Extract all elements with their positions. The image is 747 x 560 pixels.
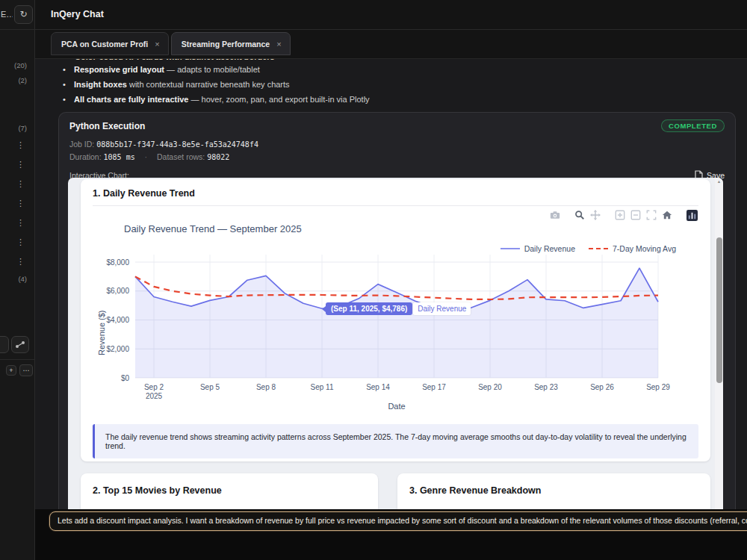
duration-row: Duration: 1085 ms · Dataset rows: 98022: [69, 151, 725, 164]
sidebar-collapsed-label: E…: [1, 10, 13, 19]
refresh-icon: ↻: [19, 9, 27, 19]
tooltip-value: (Sep 11, 2025, $4,786): [326, 302, 412, 315]
top-movies-card: 2. Top 15 Movies by Revenue: [81, 473, 378, 509]
kebab-menu-icon[interactable]: ⋮: [16, 217, 25, 228]
message-bullet-list: Responsive grid layout — adapts to mobil…: [61, 62, 370, 107]
execution-meta: Job ID: 088b5b17-f347-44a3-8e5e-fa53a247…: [59, 132, 735, 164]
app-header: InQery Chat: [35, 0, 747, 30]
prompt-bar: Lets add a discount impact analysis. I w…: [35, 509, 747, 560]
execution-title: Python Execution: [69, 121, 145, 131]
left-sidebar: E… ↻ (20) (2) (7) ⋮ ⋮ ⋮ ⋮ ⋮ ⋮ ⋮ (4) + ⋯: [0, 0, 35, 560]
chat-content: Color-coded KPI cards with distinct acce…: [35, 59, 747, 509]
section-title: 3. Genre Revenue Breakdown: [409, 485, 698, 496]
python-execution-card: Python Execution COMPLETED Job ID: 088b5…: [58, 112, 736, 509]
daily-revenue-card: 1. Daily Revenue Trend: [81, 179, 710, 461]
genre-breakdown-card: 3. Genre Revenue Breakdown: [397, 473, 710, 509]
kebab-menu-icon[interactable]: ⋮: [16, 178, 25, 189]
close-icon[interactable]: ×: [155, 40, 159, 49]
bullet-item: Responsive grid layout — adapts to mobil…: [61, 62, 370, 77]
kebab-menu-icon[interactable]: ⋮: [16, 256, 25, 267]
count-badge: (20): [14, 61, 27, 70]
ellipsis-icon: ⋯: [23, 367, 30, 374]
kebab-menu-icon[interactable]: ⋮: [16, 140, 25, 150]
kebab-menu-icon[interactable]: ⋮: [16, 198, 25, 208]
sidebar-counts: (20) (2) (7): [0, 30, 34, 133]
count-badge: (4): [18, 275, 27, 283]
insight-box: The daily revenue trend shows streaming …: [93, 424, 698, 458]
prompt-input[interactable]: Lets add a discount impact analysis. I w…: [49, 511, 747, 531]
add-button[interactable]: +: [6, 365, 16, 376]
report-cards-row: 2. Top 15 Movies by Revenue 3. Genre Rev…: [81, 473, 710, 509]
x-axis-title: Date: [135, 402, 658, 411]
svg-text:$2,000: $2,000: [106, 345, 129, 353]
svg-text:Sep 5: Sep 5: [200, 383, 220, 391]
scrollbar-thumb[interactable]: [716, 237, 722, 383]
section-title: 2. Top 15 Movies by Revenue: [93, 485, 366, 496]
tab-label: PCA on Customer Profi: [61, 40, 148, 49]
svg-text:Sep 11: Sep 11: [311, 383, 334, 391]
share-graph-button[interactable]: [11, 336, 29, 353]
more-button[interactable]: ⋯: [19, 364, 33, 376]
svg-text:$4,000: $4,000: [106, 316, 129, 324]
kebab-menu-icon[interactable]: ⋮: [16, 159, 25, 169]
clipped-button[interactable]: [0, 336, 9, 353]
scroll-up-arrow-icon[interactable]: ▲: [715, 179, 723, 184]
svg-text:Sep 26: Sep 26: [590, 383, 614, 391]
tab-streaming-performance[interactable]: Streaming Performance ×: [171, 32, 291, 55]
svg-text:Sep 2: Sep 2: [144, 383, 164, 391]
report-viewport: 1. Daily Revenue Trend: [68, 178, 723, 509]
tab-bar: PCA on Customer Profi × Streaming Perfor…: [35, 30, 747, 59]
divider: [93, 205, 698, 206]
section-title: 1. Daily Revenue Trend: [93, 188, 698, 199]
svg-text:Sep 29: Sep 29: [646, 383, 670, 391]
svg-text:2025: 2025: [146, 392, 163, 399]
sidebar-action-row: [0, 334, 35, 358]
job-id-row: Job ID: 088b5b17-f347-44a3-8e5e-fa53a247…: [69, 138, 725, 151]
count-badge: (7): [18, 124, 27, 133]
svg-text:Sep 14: Sep 14: [366, 383, 390, 391]
bullet-item: Insight boxes with contextual narrative …: [61, 77, 370, 92]
refresh-button[interactable]: ↻: [14, 5, 33, 24]
bullet-item: All charts are fully interactive — hover…: [61, 92, 370, 107]
tab-label: Streaming Performance: [182, 40, 270, 49]
sidebar-top: E… ↻: [0, 0, 34, 30]
status-badge: COMPLETED: [661, 119, 725, 132]
sidebar-divider: [0, 359, 35, 360]
report-scrollbar[interactable]: ▲: [715, 178, 723, 509]
svg-text:Sep 20: Sep 20: [478, 383, 502, 391]
tab-pca-on-customer-profiles[interactable]: PCA on Customer Profi ×: [51, 32, 169, 55]
svg-text:$8,000: $8,000: [106, 258, 129, 267]
tooltip-series: Daily Revenue: [413, 302, 471, 315]
rows-value: 98022: [207, 153, 229, 161]
count-badge: (2): [18, 76, 27, 85]
app-title: InQery Chat: [35, 0, 747, 29]
hover-tooltip: (Sep 11, 2025, $4,786) Daily Revenue: [326, 302, 471, 315]
svg-text:Sep 17: Sep 17: [422, 383, 446, 391]
svg-text:$0: $0: [121, 374, 130, 382]
plotly-chart: Daily Revenue Trend — September 2025 Dai…: [93, 208, 698, 417]
share-graph-icon: [12, 337, 28, 352]
kebab-menu-icon[interactable]: ⋮: [16, 237, 25, 247]
sidebar-item-menus: ⋮ ⋮ ⋮ ⋮ ⋮ ⋮ ⋮: [0, 133, 34, 267]
job-id-value: 088b5b17-f347-44a3-8e5e-fa53a24748f4: [96, 140, 258, 149]
close-icon[interactable]: ×: [276, 40, 281, 49]
duration-value: 1085 ms: [104, 153, 135, 161]
svg-text:Sep 23: Sep 23: [534, 383, 558, 391]
svg-text:Sep 8: Sep 8: [256, 383, 276, 391]
plus-icon: +: [9, 367, 13, 374]
svg-text:$6,000: $6,000: [106, 287, 129, 295]
